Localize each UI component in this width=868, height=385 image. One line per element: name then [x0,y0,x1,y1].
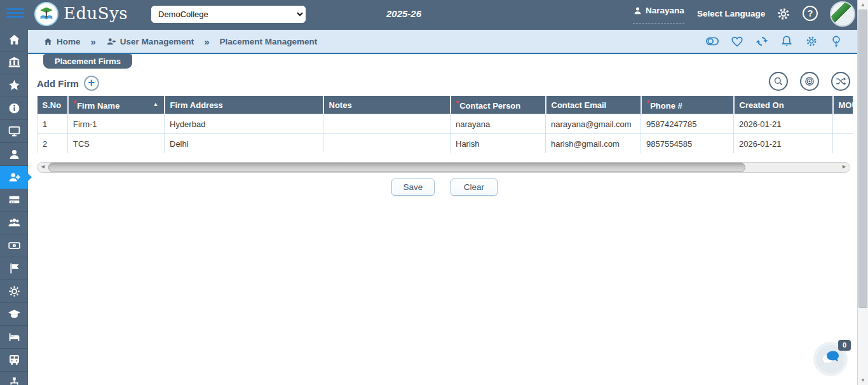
sidebar-item-sun[interactable] [0,280,28,303]
table-cell: Firm-1 [68,114,165,134]
table-cell: 1 [37,114,68,134]
table-cell: narayana [451,114,546,134]
search-button[interactable] [769,72,788,91]
breadcrumb-home[interactable]: Home [43,37,81,46]
horizontal-scrollbar-thumb[interactable] [48,163,745,172]
scroll-right-arrow-icon[interactable]: ► [841,163,847,170]
edusys-logo [34,2,58,26]
column-label: MOU [839,100,853,110]
sidebar-item-users[interactable] [0,212,28,234]
sidebar-item-cards[interactable] [0,189,28,212]
scroll-down-arrow-icon[interactable]: ▼ [858,377,868,383]
users-icon [8,216,21,229]
clear-button[interactable]: Clear [451,179,498,196]
cards-icon [8,193,21,206]
notifications-bell-icon[interactable] [780,34,794,48]
table-cell: 95874247785 [641,114,734,134]
college-select[interactable]: DemoCollege [151,6,306,23]
sun-icon [8,285,21,298]
column-label: Firm Address [170,100,223,110]
sidebar-item-star[interactable] [0,74,28,97]
column-header[interactable]: Firm Address [165,96,323,114]
table-cell [833,114,853,134]
sidebar-item-user[interactable] [0,143,28,166]
breadcrumb-icons [705,34,843,48]
add-firm-plus-button[interactable]: + [84,76,99,91]
lightbulb-icon[interactable] [829,34,843,48]
sidebar-item-flag[interactable] [0,257,28,280]
flag-icon [8,262,21,275]
avatar[interactable] [830,1,855,27]
sort-asc-icon: ▲ [153,101,159,107]
sidebar-item-user-plus[interactable] [0,166,28,189]
main-content: Placement Firms Add Firm + S.No*Firm Nam… [28,54,857,385]
column-label: Contact Email [552,100,607,110]
sidebar-item-monitor[interactable] [0,120,28,143]
column-label: Created On [740,100,784,110]
breadcrumb-current: Placement Management [220,37,318,46]
column-header[interactable]: Notes [323,96,451,114]
horizontal-scrollbar[interactable]: ◄ ► [37,162,850,173]
gear-icon[interactable] [804,34,818,48]
table-cell: TCS [68,134,165,154]
vertical-scrollbar-thumb[interactable] [858,10,867,308]
chat-unread-badge: 0 [838,340,851,351]
sidebar-item-bus[interactable] [0,349,28,372]
settings-gear-icon[interactable] [776,6,791,22]
chat-bubble-icon [819,348,842,370]
table-row[interactable]: 1Firm-1Hyderbadnarayananarayana@gmail.co… [37,114,853,134]
add-firm-label: Add Firm [37,78,79,89]
hamburger-menu-icon[interactable] [6,8,24,20]
table-cell: Harish [451,134,546,154]
table-cell: narayana@gmail.com [546,114,641,134]
column-header[interactable]: Created On [734,96,833,114]
toggle-icon[interactable] [705,34,719,48]
target-button[interactable] [800,72,819,91]
shuffle-button[interactable] [831,72,850,91]
sidebar-item-home[interactable] [0,29,28,51]
table-cell: 2026-01-21 [734,134,833,154]
column-header[interactable]: S.No [37,96,68,114]
sidebar-item-sitemap[interactable] [0,372,28,385]
table-row[interactable]: 2TCSDelhiHarishharish@gmail.com985755458… [37,134,853,154]
brand-title: EduSys [64,4,128,23]
user-plus-icon [106,36,116,46]
graduation-cap-icon [8,307,21,321]
select-language[interactable]: Select Language [697,9,765,18]
column-header[interactable]: *Contact Person [451,96,546,114]
refresh-icon[interactable] [755,34,769,48]
user-plus-icon [8,170,21,184]
required-asterisk: * [74,99,77,108]
column-header[interactable]: *Phone # [641,96,734,114]
required-asterisk: * [647,99,650,108]
sidebar-item-graduation-cap[interactable] [0,303,28,326]
breadcrumb-bar: Home » User Management » Placement Manag… [28,29,857,54]
sidebar-item-money[interactable]: 1 [0,234,28,257]
column-header[interactable]: Contact Email [546,96,641,114]
sidebar-item-bed[interactable] [0,326,28,349]
table-cell [323,134,451,154]
table-cell: 2026-01-21 [734,114,833,134]
scroll-up-arrow-icon[interactable]: ▲ [858,2,868,8]
help-icon[interactable]: ? [803,6,818,21]
tab-placement-firms[interactable]: Placement Firms [43,54,132,69]
user-menu[interactable]: Narayana [633,6,684,24]
scroll-left-arrow-icon[interactable]: ◄ [40,163,46,170]
bank-icon [8,56,21,69]
sidebar-item-bank[interactable] [0,51,28,74]
save-button[interactable]: Save [391,179,435,196]
column-header[interactable]: *Firm Name▲ [68,96,165,114]
sidebar: 1 [0,29,28,385]
column-header[interactable]: MOU [833,96,853,114]
sitemap-icon [8,376,21,385]
search-icon [773,76,784,87]
star-icon [8,79,21,92]
table-cell [833,134,853,154]
shuffle-icon [835,76,846,87]
home-icon [43,37,53,46]
favorites-heart-icon[interactable] [730,34,744,48]
vertical-scrollbar[interactable]: ▲ ▼ [857,0,868,385]
column-label: S.No [43,100,62,110]
sidebar-item-info[interactable] [0,97,28,120]
breadcrumb-user-management[interactable]: User Management [106,36,194,46]
